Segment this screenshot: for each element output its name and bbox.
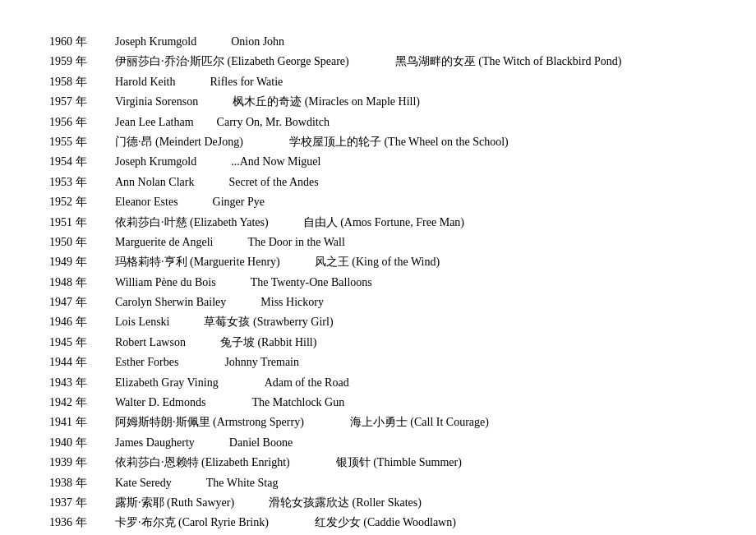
entry-content: 依莉莎白·恩赖特 (Elizabeth Enright) 银顶针 (Thimbl… xyxy=(115,454,707,472)
table-row: 1947 年Carolyn Sherwin Bailey Miss Hickor… xyxy=(49,293,707,311)
entry-content: Harold Keith Rifles for Watie xyxy=(115,73,707,91)
entry-content: Virginia Sorenson 枫木丘的奇迹 (Miracles on Ma… xyxy=(115,93,707,111)
year-label: 1940 年 xyxy=(49,434,115,452)
year-label: 1958 年 xyxy=(49,73,115,91)
table-row: 1960 年Joseph Krumgold Onion John xyxy=(49,33,707,51)
table-row: 1945 年Robert Lawson 兔子坡 (Rabbit Hill) xyxy=(49,334,707,352)
year-label: 1946 年 xyxy=(49,313,115,331)
year-label: 1944 年 xyxy=(49,353,115,371)
year-label: 1951 年 xyxy=(49,214,115,232)
year-label: 1948 年 xyxy=(49,274,115,292)
entry-content: Esther Forbes Johnny Tremain xyxy=(115,353,707,371)
table-row: 1941 年阿姆斯特朗·斯佩里 (Armstrong Sperry) 海上小勇士… xyxy=(49,413,707,431)
year-label: 1952 年 xyxy=(49,193,115,211)
table-row: 1946 年Lois Lenski 草莓女孩 (Strawberry Girl) xyxy=(49,313,707,331)
entry-content: 玛格莉特·亨利 (Marguerite Henry) 风之王 (King of … xyxy=(115,253,707,271)
year-label: 1957 年 xyxy=(49,93,115,111)
table-row: 1938 年Kate Seredy The White Stag xyxy=(49,474,707,492)
entry-content: Elizabeth Gray Vining Adam of the Road xyxy=(115,374,707,392)
table-row: 1948 年William Pène du Bois The Twenty-On… xyxy=(49,274,707,292)
table-row: 1949 年玛格莉特·亨利 (Marguerite Henry) 风之王 (Ki… xyxy=(49,253,707,271)
table-row: 1936 年卡罗·布尔克 (Carol Ryrie Brink) 红发少女 (C… xyxy=(49,514,707,532)
year-label: 1945 年 xyxy=(49,334,115,352)
year-label: 1956 年 xyxy=(49,113,115,131)
year-label: 1943 年 xyxy=(49,374,115,392)
table-row: 1944 年Esther Forbes Johnny Tremain xyxy=(49,353,707,371)
table-row: 1955 年门德·昂 (Meindert DeJong) 学校屋顶上的轮子 (T… xyxy=(49,133,707,151)
entry-content: Joseph Krumgold ...And Now Miguel xyxy=(115,153,707,171)
year-label: 1938 年 xyxy=(49,474,115,492)
year-label: 1947 年 xyxy=(49,293,115,311)
year-label: 1960 年 xyxy=(49,33,115,51)
year-label: 1939 年 xyxy=(49,454,115,472)
year-label: 1955 年 xyxy=(49,133,115,151)
entry-content: James Daugherty Daniel Boone xyxy=(115,434,707,452)
table-row: 1957 年Virginia Sorenson 枫木丘的奇迹 (Miracles… xyxy=(49,93,707,111)
entry-content: Carolyn Sherwin Bailey Miss Hickory xyxy=(115,293,707,311)
year-label: 1949 年 xyxy=(49,253,115,271)
table-row: 1958 年Harold Keith Rifles for Watie xyxy=(49,73,707,91)
entry-content: 露斯·索耶 (Ruth Sawyer) 滑轮女孩露欣达 (Roller Skat… xyxy=(115,494,707,512)
table-row: 1954 年Joseph Krumgold ...And Now Miguel xyxy=(49,153,707,171)
entry-content: Kate Seredy The White Stag xyxy=(115,474,707,492)
entry-content: Marguerite de Angeli The Door in the Wal… xyxy=(115,233,707,251)
entry-content: William Pène du Bois The Twenty-One Ball… xyxy=(115,274,707,292)
entry-content: Ann Nolan Clark Secret of the Andes xyxy=(115,173,707,191)
year-label: 1953 年 xyxy=(49,173,115,191)
entry-content: 卡罗·布尔克 (Carol Ryrie Brink) 红发少女 (Caddie … xyxy=(115,514,707,532)
year-label: 1941 年 xyxy=(49,413,115,431)
entries-container: 1960 年Joseph Krumgold Onion John1959 年伊丽… xyxy=(49,33,707,533)
year-label: 1937 年 xyxy=(49,494,115,512)
entry-content: 依莉莎白·叶慈 (Elizabeth Yates) 自由人 (Amos Fort… xyxy=(115,214,707,232)
entry-content: Robert Lawson 兔子坡 (Rabbit Hill) xyxy=(115,334,707,352)
entry-content: 门德·昂 (Meindert DeJong) 学校屋顶上的轮子 (The Whe… xyxy=(115,133,707,151)
table-row: 1937 年露斯·索耶 (Ruth Sawyer) 滑轮女孩露欣达 (Rolle… xyxy=(49,494,707,512)
table-row: 1939 年依莉莎白·恩赖特 (Elizabeth Enright) 银顶针 (… xyxy=(49,454,707,472)
table-row: 1943 年Elizabeth Gray Vining Adam of the … xyxy=(49,374,707,392)
entry-content: Lois Lenski 草莓女孩 (Strawberry Girl) xyxy=(115,313,707,331)
year-label: 1954 年 xyxy=(49,153,115,171)
table-row: 1953 年Ann Nolan Clark Secret of the Ande… xyxy=(49,173,707,191)
table-row: 1942 年Walter D. Edmonds The Matchlock Gu… xyxy=(49,394,707,412)
year-label: 1959 年 xyxy=(49,53,115,71)
year-label: 1936 年 xyxy=(49,514,115,532)
year-label: 1950 年 xyxy=(49,233,115,251)
table-row: 1951 年依莉莎白·叶慈 (Elizabeth Yates) 自由人 (Amo… xyxy=(49,214,707,232)
entry-content: 伊丽莎白·乔治·斯匹尔 (Elizabeth George Speare) 黑鸟… xyxy=(115,53,707,71)
entry-content: 阿姆斯特朗·斯佩里 (Armstrong Sperry) 海上小勇士 (Call… xyxy=(115,413,707,431)
table-row: 1959 年伊丽莎白·乔治·斯匹尔 (Elizabeth George Spea… xyxy=(49,53,707,71)
table-row: 1940 年James Daugherty Daniel Boone xyxy=(49,434,707,452)
table-row: 1950 年Marguerite de Angeli The Door in t… xyxy=(49,233,707,251)
entry-content: Eleanor Estes Ginger Pye xyxy=(115,193,707,211)
year-label: 1942 年 xyxy=(49,394,115,412)
table-row: 1956 年Jean Lee Latham Carry On, Mr. Bowd… xyxy=(49,113,707,131)
table-row: 1952 年Eleanor Estes Ginger Pye xyxy=(49,193,707,211)
entry-content: Jean Lee Latham Carry On, Mr. Bowditch xyxy=(115,113,707,131)
entry-content: Joseph Krumgold Onion John xyxy=(115,33,707,51)
entry-content: Walter D. Edmonds The Matchlock Gun xyxy=(115,394,707,412)
